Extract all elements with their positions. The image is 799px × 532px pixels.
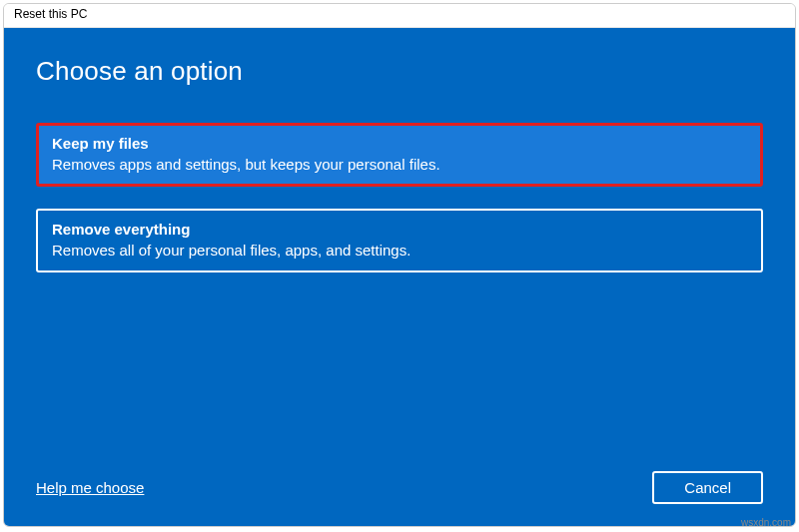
cancel-button[interactable]: Cancel bbox=[652, 471, 763, 504]
reset-pc-window: Reset this PC Choose an option Keep my f… bbox=[3, 3, 796, 527]
window-title-bar: Reset this PC bbox=[4, 4, 795, 28]
option-description: Removes apps and settings, but keeps you… bbox=[52, 156, 747, 173]
window-title: Reset this PC bbox=[14, 7, 87, 21]
dialog-footer: Help me choose Cancel bbox=[36, 471, 763, 504]
dialog-content: Choose an option Keep my files Removes a… bbox=[4, 28, 795, 526]
option-remove-everything[interactable]: Remove everything Removes all of your pe… bbox=[36, 209, 763, 272]
option-title: Keep my files bbox=[52, 135, 747, 152]
help-me-choose-link[interactable]: Help me choose bbox=[36, 479, 144, 496]
option-title: Remove everything bbox=[52, 221, 747, 238]
option-description: Removes all of your personal files, apps… bbox=[52, 242, 747, 259]
option-keep-my-files[interactable]: Keep my files Removes apps and settings,… bbox=[36, 123, 763, 187]
page-heading: Choose an option bbox=[36, 56, 763, 87]
watermark-text: wsxdn.com bbox=[741, 517, 791, 528]
